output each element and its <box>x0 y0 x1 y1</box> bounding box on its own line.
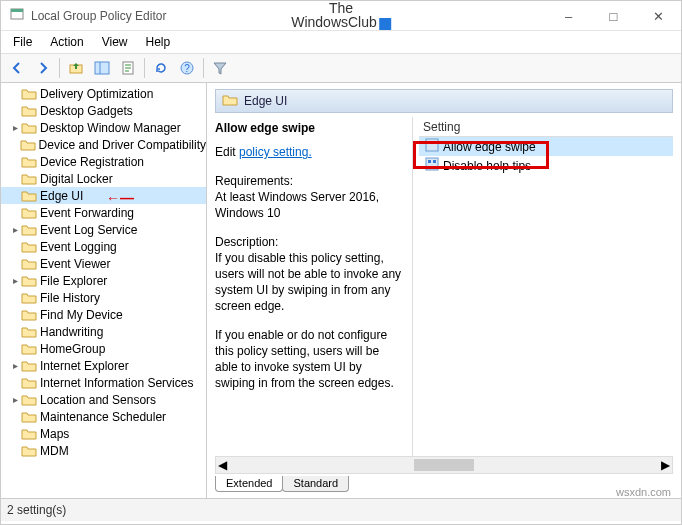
tree-item-internet-explorer[interactable]: ▸Internet Explorer <box>1 357 206 374</box>
folder-icon <box>21 376 37 390</box>
scroll-right-icon[interactable]: ▶ <box>661 458 670 472</box>
folder-icon <box>21 427 37 441</box>
help-button[interactable]: ? <box>175 56 199 80</box>
tree-item-event-forwarding[interactable]: Event Forwarding <box>1 204 206 221</box>
refresh-button[interactable] <box>149 56 173 80</box>
forward-button[interactable] <box>31 56 55 80</box>
tree-item-device-registration[interactable]: Device Registration <box>1 153 206 170</box>
tree-pane[interactable]: Delivery OptimizationDesktop Gadgets▸Des… <box>1 83 207 498</box>
expander-icon[interactable]: ▸ <box>9 394 21 405</box>
folder-icon <box>21 444 37 458</box>
tree-item-label: HomeGroup <box>40 342 105 356</box>
policy-title: Allow edge swipe <box>215 121 404 135</box>
tree-item-delivery-optimization[interactable]: Delivery Optimization <box>1 85 206 102</box>
folder-icon <box>21 342 37 356</box>
setting-row-allow-edge-swipe[interactable]: Allow edge swipe <box>419 137 673 156</box>
right-pane: Edge UI Allow edge swipe Edit policy set… <box>207 83 681 498</box>
tree-item-maintenance-scheduler[interactable]: Maintenance Scheduler <box>1 408 206 425</box>
tree-item-file-explorer[interactable]: ▸File Explorer <box>1 272 206 289</box>
tree-item-digital-locker[interactable]: Digital Locker <box>1 170 206 187</box>
horizontal-scrollbar[interactable]: ◀ ▶ <box>215 456 673 474</box>
tree-item-internet-information-services[interactable]: Internet Information Services <box>1 374 206 391</box>
tree-item-event-logging[interactable]: Event Logging <box>1 238 206 255</box>
folder-icon <box>21 359 37 373</box>
folder-icon <box>21 87 37 101</box>
folder-icon <box>21 257 37 271</box>
tree-item-location-and-sensors[interactable]: ▸Location and Sensors <box>1 391 206 408</box>
tree-item-label: Desktop Gadgets <box>40 104 133 118</box>
titlebar: Local Group Policy Editor The WindowsClu… <box>1 1 681 31</box>
tab-standard[interactable]: Standard <box>282 476 349 492</box>
tree-item-label: Event Logging <box>40 240 117 254</box>
folder-icon <box>222 93 238 109</box>
tree-item-desktop-gadgets[interactable]: Desktop Gadgets <box>1 102 206 119</box>
column-header-setting[interactable]: Setting <box>419 117 673 137</box>
folder-icon <box>21 104 37 118</box>
status-text: 2 setting(s) <box>7 503 66 517</box>
folder-icon <box>21 291 37 305</box>
folder-icon <box>20 138 36 152</box>
folder-icon <box>21 172 37 186</box>
edit-policy-link[interactable]: policy setting. <box>239 145 312 159</box>
svg-rect-3 <box>95 62 109 74</box>
app-icon <box>9 6 25 25</box>
tree-item-label: Handwriting <box>40 325 103 339</box>
menu-action[interactable]: Action <box>42 33 91 51</box>
tree-item-event-log-service[interactable]: ▸Event Log Service <box>1 221 206 238</box>
tree-item-label: Edge UI <box>40 189 83 203</box>
tree-item-edge-ui[interactable]: Edge UI←— <box>1 187 206 204</box>
detail-description: Allow edge swipe Edit policy setting. Re… <box>215 117 413 456</box>
folder-icon <box>21 393 37 407</box>
tree-item-label: Event Log Service <box>40 223 137 237</box>
setting-icon <box>425 157 439 174</box>
maximize-button[interactable]: □ <box>591 1 636 31</box>
watermark: wsxdn.com <box>616 486 671 498</box>
back-button[interactable] <box>5 56 29 80</box>
settings-list: Setting Allow edge swipeDisable help tip… <box>413 117 673 456</box>
folder-icon <box>21 189 37 203</box>
tree-item-desktop-window-manager[interactable]: ▸Desktop Window Manager <box>1 119 206 136</box>
scroll-thumb[interactable] <box>414 459 474 471</box>
tree-item-handwriting[interactable]: Handwriting <box>1 323 206 340</box>
tree-item-maps[interactable]: Maps <box>1 425 206 442</box>
tree-item-label: Maps <box>40 427 69 441</box>
setting-row-disable-help-tips[interactable]: Disable help tips <box>419 156 673 175</box>
tree-item-label: Find My Device <box>40 308 123 322</box>
menu-help[interactable]: Help <box>138 33 179 51</box>
minimize-button[interactable]: – <box>546 1 591 31</box>
show-hide-tree-button[interactable] <box>90 56 114 80</box>
tree-item-label: Internet Explorer <box>40 359 129 373</box>
tree-item-find-my-device[interactable]: Find My Device <box>1 306 206 323</box>
folder-icon <box>21 240 37 254</box>
folder-icon <box>21 121 37 135</box>
svg-rect-8 <box>426 139 438 151</box>
svg-rect-12 <box>428 160 431 163</box>
menu-view[interactable]: View <box>94 33 136 51</box>
export-button[interactable] <box>116 56 140 80</box>
expander-icon[interactable]: ▸ <box>9 275 21 286</box>
tree-item-homegroup[interactable]: HomeGroup <box>1 340 206 357</box>
scroll-left-icon[interactable]: ◀ <box>218 458 227 472</box>
tree-item-label: Desktop Window Manager <box>40 121 181 135</box>
svg-rect-13 <box>433 160 436 163</box>
expander-icon[interactable]: ▸ <box>9 224 21 235</box>
close-button[interactable]: ✕ <box>636 1 681 31</box>
toolbar: ? <box>1 53 681 83</box>
tab-extended[interactable]: Extended <box>215 476 283 492</box>
tree-item-label: Location and Sensors <box>40 393 156 407</box>
window-title: Local Group Policy Editor <box>31 9 166 23</box>
tree-item-mdm[interactable]: MDM <box>1 442 206 459</box>
expander-icon[interactable]: ▸ <box>9 122 21 133</box>
statusbar: 2 setting(s) <box>1 499 681 521</box>
tree-item-event-viewer[interactable]: Event Viewer <box>1 255 206 272</box>
menu-file[interactable]: File <box>5 33 40 51</box>
expander-icon[interactable]: ▸ <box>9 360 21 371</box>
filter-button[interactable] <box>208 56 232 80</box>
tree-item-label: MDM <box>40 444 69 458</box>
up-button[interactable] <box>64 56 88 80</box>
svg-rect-1 <box>11 9 23 12</box>
tree-item-device-and-driver-compatibility[interactable]: Device and Driver Compatibility <box>1 136 206 153</box>
tree-item-file-history[interactable]: File History <box>1 289 206 306</box>
tree-item-label: File History <box>40 291 100 305</box>
setting-label: Disable help tips <box>443 159 531 173</box>
